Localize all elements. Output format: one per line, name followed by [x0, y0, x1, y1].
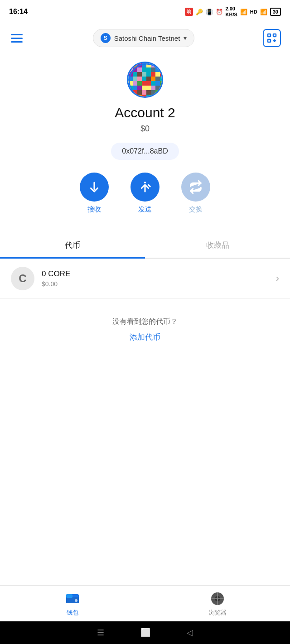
network-selector[interactable]: S Satoshi Chain Testnet ▾ [93, 29, 195, 47]
token-logo: C [11, 267, 34, 290]
action-buttons: 接收 发送 交换 [80, 173, 210, 214]
status-icons: 响 🔑 📳 ⏰ 2.00KB/S 📶 HD 📶 30 [185, 6, 281, 18]
swap-label: 交换 [189, 205, 203, 214]
address-text: 0x072f...8aBD [122, 147, 168, 155]
scan-button[interactable] [263, 29, 281, 47]
account-avatar[interactable] [127, 62, 163, 98]
swap-action: 交换 [181, 173, 210, 214]
swap-button[interactable] [181, 173, 210, 202]
add-token-link[interactable]: 添加代币 [130, 332, 160, 342]
nav-wallet[interactable]: 钱包 [0, 586, 145, 621]
send-label: 发送 [138, 205, 152, 214]
hamburger-button[interactable] [9, 32, 24, 44]
empty-state: 没有看到您的代币？ 添加代币 [0, 299, 290, 351]
clock-icon: ⏰ [216, 9, 223, 15]
svg-point-9 [75, 599, 77, 602]
receive-button[interactable] [80, 173, 109, 202]
nav-browser[interactable]: 浏览器 [145, 586, 290, 621]
browser-label: 浏览器 [209, 609, 227, 617]
send-button[interactable] [130, 173, 160, 202]
tab-collectibles[interactable]: 收藏品 [145, 233, 290, 258]
send-action: 发送 [130, 173, 160, 214]
network-name: Satoshi Chain Testnet [114, 34, 180, 42]
send-icon [138, 180, 152, 194]
top-nav: S Satoshi Chain Testnet ▾ [0, 24, 290, 53]
signal-icon: 📶 [260, 9, 267, 15]
account-section: Account 2 $0 0x072f...8aBD 接收 发送 [0, 53, 290, 233]
svg-rect-1 [273, 34, 276, 37]
chevron-down-icon: ▾ [184, 34, 187, 42]
android-menu-icon[interactable]: ☰ [97, 628, 104, 638]
receive-icon [87, 180, 101, 194]
receive-label: 接收 [87, 205, 101, 214]
account-name: Account 2 [115, 105, 175, 120]
avatar-canvas [128, 63, 163, 98]
battery-icon: 30 [270, 8, 281, 16]
key-icon: 🔑 [196, 9, 203, 15]
wifi-icon: 📶 [240, 9, 247, 15]
scan-icon [266, 33, 277, 43]
hd-badge: HD [250, 9, 257, 14]
token-amount: 0 CORE [42, 269, 276, 279]
hamburger-line-2 [11, 38, 23, 39]
svg-rect-0 [268, 34, 271, 37]
wallet-label: 钱包 [67, 609, 78, 617]
swap-icon [189, 180, 203, 194]
android-home-icon[interactable]: ⬜ [140, 628, 150, 638]
address-pill[interactable]: 0x072f...8aBD [111, 143, 179, 160]
notification-icon: 响 [185, 8, 193, 16]
wallet-icon [64, 591, 81, 607]
token-info: 0 CORE $0.00 [42, 269, 276, 288]
token-list: C 0 CORE $0.00 › [0, 259, 290, 299]
bottom-nav: 钱包 浏览器 [0, 585, 290, 621]
network-icon: S [101, 33, 111, 43]
browser-icon [209, 591, 226, 607]
svg-rect-10 [66, 594, 72, 598]
hamburger-line-1 [11, 34, 23, 35]
svg-rect-2 [268, 39, 271, 42]
status-bar: 16:14 响 🔑 📳 ⏰ 2.00KB/S 📶 HD 📶 30 [0, 0, 290, 24]
tab-bar: 代币 收藏品 [0, 233, 290, 259]
android-nav-bar: ☰ ⬜ ◁ [0, 621, 290, 644]
android-back-icon[interactable]: ◁ [187, 628, 193, 638]
token-item[interactable]: C 0 CORE $0.00 › [0, 259, 290, 299]
status-time: 16:14 [9, 8, 28, 16]
vibrate-icon: 📳 [206, 9, 213, 15]
token-chevron-icon: › [276, 273, 279, 284]
token-value: $0.00 [42, 280, 276, 288]
receive-action: 接收 [80, 173, 109, 214]
account-balance: $0 [140, 124, 150, 134]
tab-tokens[interactable]: 代币 [0, 233, 145, 258]
speed-label: 2.00KB/S [226, 6, 237, 18]
hamburger-line-3 [11, 41, 23, 43]
empty-message: 没有看到您的代币？ [112, 317, 178, 327]
